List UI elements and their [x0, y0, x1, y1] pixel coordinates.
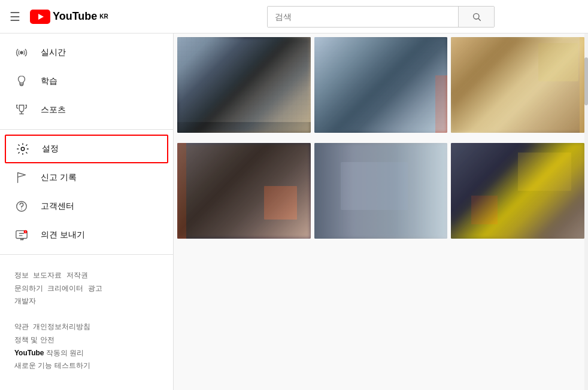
thumbnail-4[interactable] — [177, 143, 311, 239]
sidebar: 실시간 학습 — [0, 33, 174, 390]
thumbnail-row-2 — [174, 141, 588, 261]
footer-link-developer[interactable]: 개발자 — [14, 297, 36, 305]
sidebar-item-feedback-label: 의견 보내기 — [41, 230, 85, 240]
sidebar-item-sports-label: 스포츠 — [41, 105, 66, 115]
svg-point-4 — [20, 51, 23, 54]
search-button[interactable] — [458, 6, 494, 28]
footer-line-7: 새로운 기능 테스트하기 — [14, 359, 159, 373]
sidebar-item-sports[interactable]: 스포츠 — [0, 96, 173, 124]
svg-point-8 — [21, 147, 25, 151]
sidebar-item-report[interactable]: 신고 기록 — [0, 163, 173, 192]
footer-line-6: YouTube 작동의 원리 — [14, 347, 159, 360]
footer-link-test[interactable]: 새로운 기능 테스트하기 — [14, 361, 90, 370]
app-container: ☰ YouTubeKR — [0, 0, 588, 390]
nav-divider-1 — [0, 129, 173, 130]
footer-link-press[interactable]: 보도자료 — [33, 271, 62, 279]
svg-point-10 — [21, 209, 22, 209]
footer-line-3: 개발자 — [14, 295, 159, 308]
menu-icon[interactable]: ☰ — [10, 10, 20, 24]
footer-link-terms[interactable]: 약관 — [14, 322, 29, 331]
sidebar-item-settings-label: 설정 — [42, 144, 59, 154]
footer-link-info[interactable]: 정보 — [14, 271, 29, 279]
sidebar-nav: 실시간 학습 — [0, 33, 173, 387]
logo-area[interactable]: YouTubeKR — [30, 10, 108, 24]
search-input-wrapper — [267, 6, 495, 28]
thumbnail-1[interactable] — [177, 37, 311, 133]
main-content: 실시간 학습 — [0, 33, 588, 390]
footer-line-1: 정보 보도자료 저작권 — [14, 269, 159, 282]
scrollbar-thumb[interactable] — [584, 57, 588, 105]
trophy-icon — [14, 103, 29, 117]
sidebar-item-live-label: 실시간 — [41, 47, 66, 58]
search-icon — [472, 12, 481, 22]
svg-point-2 — [473, 13, 478, 19]
scrollbar-track — [584, 33, 588, 390]
footer-youtube-bold: YouTube — [14, 349, 44, 357]
content-area — [174, 33, 588, 390]
question-icon — [14, 199, 29, 214]
logo-superscript: KR — [99, 13, 108, 20]
header-left: ☰ YouTubeKR — [10, 10, 183, 24]
footer-link-how[interactable]: 작동의 원리 — [44, 349, 84, 357]
sidebar-item-report-label: 신고 기록 — [41, 172, 77, 183]
search-input[interactable] — [268, 7, 458, 27]
thumbnail-2[interactable] — [314, 37, 448, 133]
gear-icon — [16, 142, 30, 156]
sidebar-item-live[interactable]: 실시간 — [0, 38, 173, 67]
footer-link-copyright[interactable]: 저작권 — [66, 271, 88, 279]
footer-link-policy[interactable]: 정책 및 안전 — [14, 336, 54, 344]
footer-line-5: 정책 및 안전 — [14, 334, 159, 347]
feedback-icon: ! — [14, 228, 29, 242]
sidebar-item-feedback[interactable]: ! 의견 보내기 — [0, 221, 173, 249]
header: ☰ YouTubeKR — [0, 0, 588, 33]
sidebar-item-help[interactable]: 고객센터 — [0, 192, 173, 221]
flag-icon — [14, 170, 29, 185]
bulb-icon — [14, 74, 29, 89]
thumbnail-3[interactable] — [451, 37, 584, 133]
live-icon — [14, 45, 29, 60]
footer-link-contact[interactable]: 문의하기 — [14, 284, 43, 292]
logo-text: YouTube — [53, 10, 97, 23]
footer-link-ads[interactable]: 광고 — [88, 284, 102, 292]
sidebar-item-learning-label: 학습 — [41, 76, 57, 87]
svg-line-3 — [478, 19, 481, 21]
footer-line-4: 약관 개인정보처리방침 — [14, 321, 159, 334]
footer-link-privacy[interactable]: 개인정보처리방침 — [33, 322, 90, 331]
footer-link-creator[interactable]: 크리에이터 — [47, 284, 83, 292]
sidebar-item-learning[interactable]: 학습 — [0, 67, 173, 96]
thumbnail-5[interactable] — [314, 143, 448, 239]
sidebar-item-settings[interactable]: 설정 — [5, 135, 168, 163]
thumbnail-row-1 — [174, 33, 588, 141]
footer-links: 정보 보도자료 저작권 문의하기 크리에이터 광고 개발자 약관 — [0, 260, 173, 382]
nav-divider-2 — [0, 254, 173, 255]
youtube-logo-icon — [30, 10, 50, 24]
footer-line-2: 문의하기 크리에이터 광고 — [14, 282, 159, 295]
search-bar — [183, 6, 578, 28]
sidebar-item-help-label: 고객센터 — [41, 201, 74, 212]
thumbnail-6[interactable] — [451, 143, 584, 239]
